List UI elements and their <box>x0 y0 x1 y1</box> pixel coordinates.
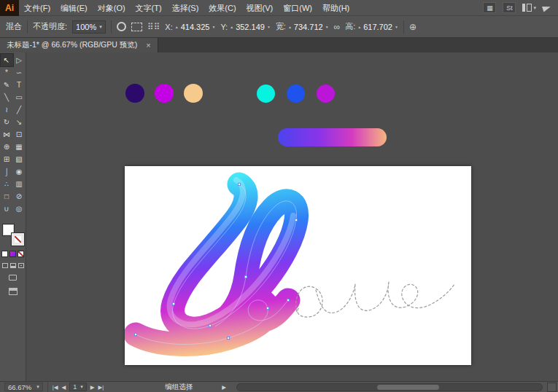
y-value[interactable]: 352.149 <box>236 23 265 31</box>
zoom-tool[interactable]: ◎ <box>13 203 26 215</box>
scrollbar-thumb[interactable] <box>377 385 439 390</box>
blend-tool[interactable]: ◉ <box>13 165 26 178</box>
paintbrush-tool[interactable]: ≀ <box>1 103 13 116</box>
direct-selection-tool[interactable]: ▷ <box>13 54 26 66</box>
swatch-blue[interactable] <box>287 85 305 103</box>
x-value[interactable]: 414.325 <box>181 23 210 31</box>
menu-effect[interactable]: 效果(C) <box>204 0 241 16</box>
menu-window[interactable]: 窗口(W) <box>278 0 317 16</box>
status-flyout-icon[interactable]: ▶ <box>222 384 226 391</box>
x-field[interactable]: X: ▲ 414.325 ▼ <box>165 23 215 31</box>
opacity-field[interactable]: 100% ▾ <box>72 20 106 34</box>
stock-icon[interactable]: St <box>503 2 516 13</box>
last-artboard-icon[interactable]: ▶| <box>98 384 104 391</box>
y-field[interactable]: Y: ▲ 352.149 ▼ <box>220 23 270 31</box>
height-field[interactable]: 高: ▲ 617.702 ▼ <box>345 21 398 32</box>
next-artboard-icon[interactable]: ▶ <box>90 384 95 391</box>
artboard[interactable] <box>125 166 471 365</box>
stepper-icon[interactable]: ▼ <box>325 26 329 28</box>
slice-tool[interactable]: ⊘ <box>13 190 26 203</box>
height-value[interactable]: 617.702 <box>363 23 392 31</box>
swatch-peach[interactable] <box>184 84 203 103</box>
tool-grid: ↖ ▷ * ∽ ✎ T <box>1 54 26 215</box>
type-tool[interactable]: T <box>13 79 26 91</box>
menu-select[interactable]: 选择(S) <box>167 0 204 16</box>
share-icon[interactable] <box>542 4 551 12</box>
menu-file[interactable]: 文件(F) <box>19 0 55 16</box>
separator <box>111 20 112 34</box>
draw-behind-icon[interactable] <box>10 263 16 268</box>
canvas-pasteboard[interactable] <box>26 52 558 381</box>
mesh-tool[interactable]: ⊞ <box>1 153 13 165</box>
menu-type[interactable]: 文字(T) <box>131 0 167 16</box>
blend-gradient-bar[interactable] <box>278 128 387 146</box>
perspective-grid-tool[interactable]: ▦ <box>13 141 26 153</box>
color-button[interactable] <box>1 251 8 257</box>
horizontal-scrollbar[interactable] <box>236 383 543 391</box>
transform-options-icon[interactable]: ⊕ <box>409 22 416 32</box>
stepper-icon[interactable]: ▼ <box>395 26 398 28</box>
line-segment-tool[interactable]: ╲ <box>1 91 13 103</box>
dashed-ove-path[interactable] <box>296 282 454 317</box>
rotate-tool[interactable]: ↻ <box>1 116 13 128</box>
first-artboard-icon[interactable]: |◀ <box>53 384 58 391</box>
free-transform-tool[interactable]: ⊡ <box>13 128 26 141</box>
magic-wand-tool[interactable]: * <box>1 66 13 79</box>
constrain-proportions-icon[interactable]: ∞ <box>334 22 341 32</box>
status-bar: 66.67% ▾ |◀ ◀ 1 ▾ ▶ ▶| 编组选择 ▶ <box>0 381 558 392</box>
menu-edit[interactable]: 编辑(E) <box>55 0 93 16</box>
drawing-mode-buttons <box>2 263 24 268</box>
love-artwork[interactable] <box>125 166 471 365</box>
gradient-button[interactable] <box>9 251 16 257</box>
selection-tool[interactable]: ↖ <box>1 54 13 66</box>
recolor-artwork-icon[interactable] <box>117 22 126 31</box>
previous-artboard-icon[interactable]: ◀ <box>61 384 66 391</box>
symbol-sprayer-tool[interactable]: ∴ <box>1 178 13 190</box>
draw-normal-icon[interactable] <box>2 263 8 268</box>
scale-tool[interactable]: ↘ <box>13 116 26 128</box>
swatch-dark-indigo[interactable] <box>125 84 144 103</box>
fill-stroke-control[interactable] <box>2 224 24 246</box>
menu-object[interactable]: 对象(O) <box>93 0 131 16</box>
document-tab[interactable]: 未标题-1* @ 66.67% (RGB/GPU 预览) × <box>0 38 158 52</box>
menu-view[interactable]: 视图(V) <box>241 0 279 16</box>
width-tool[interactable]: ⋈ <box>1 128 13 141</box>
blend-bar-shape[interactable] <box>278 128 387 146</box>
close-icon[interactable]: × <box>146 41 150 50</box>
rectangle-tool[interactable]: ▭ <box>13 91 26 103</box>
gradient-tool[interactable]: ▧ <box>13 153 26 165</box>
pen-tool[interactable]: ✎ <box>1 79 13 91</box>
none-button[interactable] <box>18 251 24 257</box>
pencil-tool[interactable]: ╱ <box>13 103 26 116</box>
bounding-box-icon[interactable] <box>131 23 142 31</box>
workspace-switcher-icon[interactable]: ▾ <box>522 4 536 12</box>
document-tab-title: 未标题-1* @ 66.67% (RGB/GPU 预览) <box>7 40 137 50</box>
width-value[interactable]: 734.712 <box>294 23 323 31</box>
panel-toggle-icon[interactable] <box>9 288 18 295</box>
stepper-icon[interactable]: ▲ <box>230 26 233 28</box>
hand-tool[interactable]: ∪ <box>1 203 13 215</box>
stepper-icon[interactable]: ▲ <box>288 26 292 28</box>
zoom-level-dropdown[interactable]: 66.67% ▾ <box>4 383 43 391</box>
stepper-icon[interactable]: ▲ <box>175 26 179 28</box>
height-label: 高: <box>345 21 355 32</box>
draw-inside-icon[interactable] <box>18 263 24 268</box>
artboard-number-dropdown[interactable]: 1 ▾ <box>69 383 87 391</box>
shape-builder-tool[interactable]: ⊕ <box>1 141 13 153</box>
align-grid-icon[interactable]: ⠿⠿ <box>147 22 160 32</box>
lasso-tool[interactable]: ∽ <box>13 66 26 79</box>
stepper-icon[interactable]: ▼ <box>212 26 215 28</box>
artboard-tool[interactable]: □ <box>1 190 13 203</box>
screen-mode-icon[interactable] <box>9 275 17 281</box>
menu-help[interactable]: 帮助(H) <box>317 0 354 16</box>
eyedropper-tool[interactable]: ⌡ <box>1 165 13 178</box>
swatch-cyan[interactable] <box>257 85 275 103</box>
width-field[interactable]: 宽: ▲ 734.712 ▼ <box>276 21 329 32</box>
column-graph-tool[interactable]: ▥ <box>13 178 26 190</box>
stroke-swatch[interactable] <box>12 233 24 246</box>
swatch-violet[interactable] <box>317 85 335 103</box>
stepper-icon[interactable]: ▼ <box>267 26 271 28</box>
stepper-icon[interactable]: ▲ <box>357 26 361 28</box>
bridge-icon[interactable]: ▦ <box>483 2 496 13</box>
swatch-magenta[interactable] <box>155 84 174 103</box>
